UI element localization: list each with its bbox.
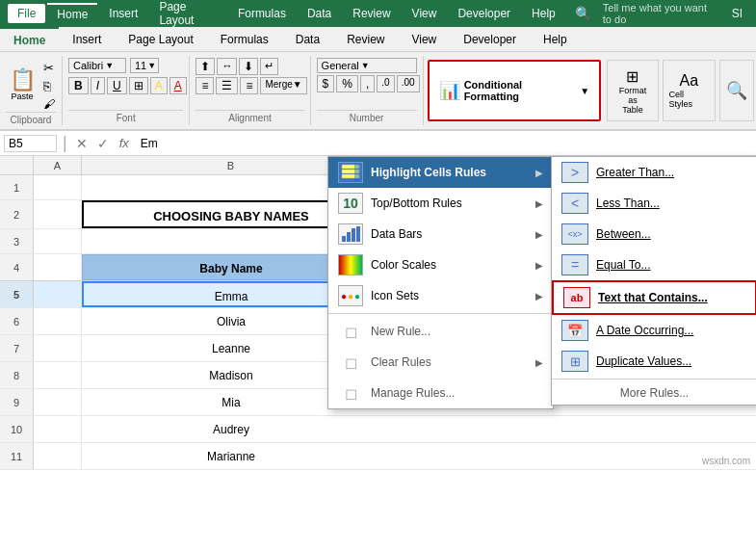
cell[interactable]: [34, 229, 82, 253]
hc-item-equalto[interactable]: = Equal To...: [552, 249, 756, 280]
cell[interactable]: [380, 443, 756, 469]
align-left-button[interactable]: ≡: [196, 77, 214, 94]
format-painter-button[interactable]: 🖌: [41, 96, 57, 112]
row-num: 4: [0, 254, 34, 280]
merge-button[interactable]: Merge▼: [260, 77, 306, 94]
wrap-text-button[interactable]: ↵: [260, 58, 278, 75]
greaterthan-icon: >: [561, 162, 588, 183]
newrule-icon: ◻: [338, 321, 363, 342]
confirm-formula-icon[interactable]: ✓: [94, 136, 112, 151]
greaterthan-label: Greater Than...: [596, 166, 747, 179]
dateoccurring-icon: 📅: [561, 320, 588, 341]
cell[interactable]: [34, 308, 82, 334]
font-family-dropdown[interactable]: Calibri▼: [68, 58, 126, 73]
menu-file[interactable]: File: [8, 4, 45, 23]
cf-menu-item-highlight[interactable]: Highlight Cells Rules ▶: [328, 157, 553, 188]
menu-data[interactable]: Data: [298, 4, 341, 23]
menu-view[interactable]: View: [403, 4, 447, 23]
format-as-table-button[interactable]: ⊞ Format asTable: [607, 60, 658, 121]
decrease-decimal-button[interactable]: .0: [377, 75, 394, 92]
cell[interactable]: [34, 416, 82, 442]
number-format-dropdown[interactable]: General▼: [317, 58, 417, 73]
tab-insert[interactable]: Insert: [59, 27, 115, 51]
hc-item-dateoccurring[interactable]: 📅 A Date Occurring...: [552, 315, 756, 346]
cell[interactable]: [34, 362, 82, 388]
conditional-formatting-button[interactable]: 📊 Conditional Formatting ▼: [428, 60, 602, 121]
insert-function-icon[interactable]: fx: [116, 136, 133, 150]
border-button[interactable]: ⊞: [129, 77, 148, 94]
dateoccurring-label: A Date Occurring...: [596, 324, 747, 337]
tab-review[interactable]: Review: [333, 27, 398, 51]
tab-help[interactable]: Help: [530, 27, 581, 51]
hc-item-duplicatevalues[interactable]: ⊞ Duplicate Values...: [552, 346, 756, 377]
cf-dropdown-menu: Highlight Cells Rules ▶ 10 Top/Bottom Ru…: [327, 156, 554, 409]
hc-item-lessthan[interactable]: < Less Than...: [552, 188, 756, 219]
marianne-cell[interactable]: Marianne: [82, 443, 380, 469]
formula-input[interactable]: [137, 136, 752, 151]
currency-button[interactable]: $: [317, 75, 335, 92]
cf-menu-item-iconsets[interactable]: ● ● ● Icon Sets ▶: [328, 280, 553, 311]
font-size-dropdown[interactable]: 11▼: [130, 58, 159, 73]
tab-view[interactable]: View: [398, 27, 450, 51]
italic-button[interactable]: I: [91, 77, 105, 94]
comma-button[interactable]: ,: [360, 75, 375, 92]
cell-reference-box[interactable]: [4, 135, 57, 152]
col-header-a[interactable]: A: [34, 156, 82, 174]
bold-button[interactable]: B: [68, 77, 89, 94]
copy-button[interactable]: ⎘: [41, 78, 57, 94]
tab-home[interactable]: Home: [0, 27, 59, 51]
menu-formulas[interactable]: Formulas: [228, 4, 296, 23]
cell[interactable]: [34, 335, 82, 361]
ribbon-tabs: Home Insert Page Layout Formulas Data Re…: [0, 27, 756, 52]
menu-page-layout[interactable]: Page Layout: [149, 0, 226, 30]
iconsets-icon: ● ● ●: [338, 285, 363, 306]
menu-review[interactable]: Review: [343, 4, 400, 23]
cancel-formula-icon[interactable]: ✕: [73, 136, 91, 151]
paste-button[interactable]: 📋 Paste: [6, 67, 39, 103]
cf-menu-item-topbottom[interactable]: 10 Top/Bottom Rules ▶: [328, 188, 553, 219]
align-center-button[interactable]: ☰: [216, 77, 238, 94]
font-color-button[interactable]: A: [169, 77, 187, 94]
hc-item-morerules[interactable]: More Rules...: [552, 381, 756, 405]
cf-menu-item-colorscales[interactable]: Color Scales ▶: [328, 249, 553, 280]
cell-styles-button[interactable]: Aa Cell Styles: [663, 60, 716, 121]
menu-home[interactable]: Home: [47, 3, 97, 24]
tell-me-input[interactable]: Tell me what you want to do: [599, 2, 722, 25]
fill-color-button[interactable]: A: [150, 77, 168, 94]
cf-menu-item-newrule[interactable]: ◻ New Rule...: [328, 316, 553, 347]
percent-button[interactable]: %: [336, 75, 358, 92]
align-right-button[interactable]: ≡: [240, 77, 258, 94]
hc-item-greaterthan[interactable]: > Greater Than...: [552, 157, 756, 188]
align-top-button[interactable]: ⬆: [196, 58, 215, 75]
tab-data[interactable]: Data: [282, 27, 333, 51]
menu-developer[interactable]: Developer: [448, 4, 520, 23]
tab-page-layout[interactable]: Page Layout: [115, 27, 206, 51]
menu-insert[interactable]: Insert: [99, 4, 147, 23]
clipboard-label: Clipboard: [6, 112, 56, 125]
increase-decimal-button[interactable]: .00: [397, 75, 420, 92]
align-middle-button[interactable]: ↔: [217, 58, 237, 75]
cut-button[interactable]: ✂: [41, 60, 57, 76]
cell[interactable]: [34, 254, 82, 280]
audrey-cell[interactable]: Audrey: [82, 416, 380, 442]
row-num: 3: [0, 229, 34, 253]
cell[interactable]: [34, 200, 82, 228]
tab-developer[interactable]: Developer: [450, 27, 530, 51]
cell[interactable]: [34, 175, 82, 199]
menu-help[interactable]: Help: [522, 4, 565, 23]
underline-button[interactable]: U: [107, 77, 127, 94]
cell[interactable]: [34, 443, 82, 469]
hc-item-between[interactable]: <x> Between...: [552, 219, 756, 249]
tab-formulas[interactable]: Formulas: [207, 27, 282, 51]
cell[interactable]: [34, 281, 82, 307]
cf-menu-item-managerules[interactable]: ◻ Manage Rules...: [328, 378, 553, 408]
svg-rect-3: [354, 164, 359, 181]
align-bottom-button[interactable]: ⬇: [239, 58, 258, 75]
cf-menu-item-clearrules[interactable]: ◻ Clear Rules ▶: [328, 347, 553, 378]
cell[interactable]: [380, 416, 756, 442]
cf-menu-item-databars[interactable]: Data Bars ▶: [328, 219, 553, 249]
cell[interactable]: [34, 389, 82, 415]
search-button[interactable]: 🔍: [719, 60, 754, 121]
highlight-cells-arrow: ▶: [535, 168, 543, 178]
hc-item-textcontains[interactable]: ab Text that Contains...: [552, 280, 756, 315]
